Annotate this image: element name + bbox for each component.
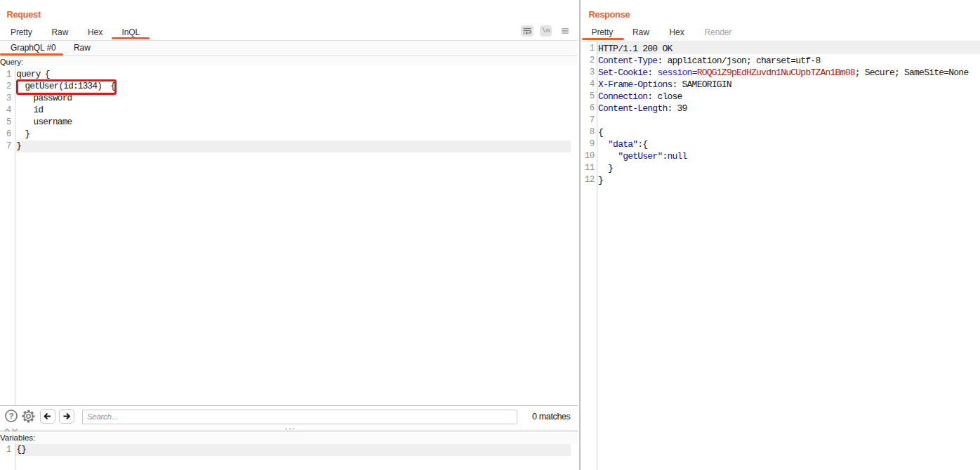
svg-text:?: ? — [8, 412, 13, 421]
